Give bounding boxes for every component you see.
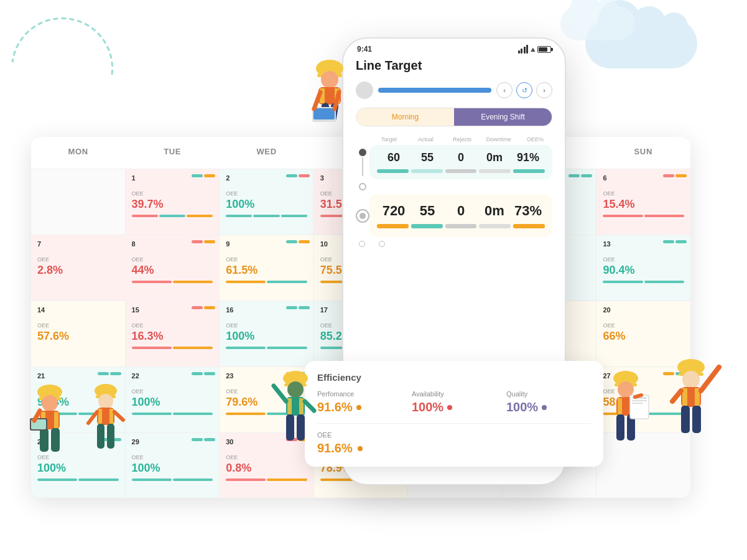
indicator	[568, 174, 580, 177]
svg-rect-18	[40, 428, 49, 452]
cal-cell: 2 OEE 100%	[220, 169, 314, 235]
indicator	[192, 372, 203, 375]
indicator	[663, 240, 674, 243]
indicator	[192, 174, 203, 177]
timeline-line	[362, 157, 363, 176]
indicator	[675, 240, 687, 243]
indicator	[663, 174, 674, 177]
performance-dot	[356, 405, 361, 410]
status-right: ⟁	[518, 45, 552, 54]
cal-cell: 15 OEE 16.3%	[126, 301, 220, 366]
svg-rect-49	[616, 414, 624, 441]
col-header-actual: Actual	[409, 136, 443, 142]
svg-point-25	[98, 394, 113, 409]
timeline-dot-filled	[359, 149, 366, 156]
indicator	[299, 174, 310, 177]
svg-rect-47	[618, 398, 622, 414]
svg-line-55	[635, 395, 641, 397]
indicator	[204, 174, 215, 177]
status-time: 9:41	[357, 45, 372, 54]
cal-cell: 22 OEE 100%	[126, 367, 220, 432]
nav-refresh-button[interactable]: ↺	[516, 82, 532, 98]
indicator	[204, 438, 215, 441]
worker-right-1	[592, 361, 660, 467]
svg-rect-9	[313, 108, 335, 119]
svg-line-31	[88, 412, 97, 423]
svg-line-42	[305, 401, 314, 411]
indicator	[192, 438, 203, 441]
svg-rect-19	[51, 428, 60, 452]
svg-point-2	[321, 71, 338, 88]
svg-line-65	[672, 391, 681, 401]
phone-notch	[417, 39, 491, 56]
cal-cell: 29 OEE 100%	[126, 433, 220, 498]
svg-point-14	[42, 395, 58, 411]
indicator	[204, 372, 215, 375]
performance-label: Perfomance	[317, 390, 402, 398]
indicator	[299, 306, 310, 309]
metric-availability: Availability 100%	[412, 390, 496, 414]
indicator	[192, 306, 203, 309]
val-rejects-1: 0	[444, 151, 478, 164]
indicator	[286, 240, 297, 243]
tab-evening[interactable]: Evening Shift	[454, 108, 552, 126]
col-header-oee: OEE%	[518, 136, 552, 142]
svg-line-41	[274, 386, 286, 401]
val-oee-1: 91%	[511, 151, 545, 164]
battery-icon	[537, 46, 551, 53]
svg-rect-40	[297, 414, 305, 441]
quality-value: 100%	[506, 400, 538, 414]
indicator	[192, 240, 203, 243]
efficiency-metrics: Perfomance 91.6% Availability 100% Quali…	[317, 390, 591, 414]
nav-prev-button[interactable]: ‹	[496, 82, 513, 98]
efficiency-card: Efficiency Perfomance 91.6% Availability…	[305, 361, 603, 467]
cal-cell	[31, 169, 126, 235]
svg-point-58	[682, 371, 700, 388]
svg-rect-17	[54, 412, 58, 428]
indicator	[204, 306, 215, 309]
cal-cell: 16 OEE 100%	[220, 301, 314, 366]
col-header-rejects: Rejects	[445, 136, 480, 142]
signal-bars	[518, 45, 529, 54]
indicator	[286, 306, 297, 309]
timeline-dot-empty	[359, 183, 366, 190]
day-header-wed: WED	[220, 137, 313, 162]
lt-data-card-1: 60 55 0 0m 91%	[369, 145, 552, 179]
selector-nav: ‹ ↺ ›	[496, 82, 552, 98]
val-actual-2: 55	[411, 203, 444, 219]
worker-sitting	[286, 50, 373, 137]
day-header-tue: TUE	[125, 137, 219, 162]
phone-title: Line Target	[356, 58, 552, 73]
worker-center	[261, 361, 330, 467]
val-target-1: 60	[377, 151, 411, 164]
svg-rect-54	[632, 403, 643, 404]
worker-right-2	[654, 348, 728, 460]
dashed-arc-decoration	[0, 12, 124, 137]
svg-rect-53	[632, 400, 647, 401]
cal-cell: 1 OEE 39.7%	[126, 169, 220, 235]
day-header-mon: MON	[31, 137, 125, 162]
svg-rect-28	[109, 409, 113, 424]
timeline-dot-circle	[356, 209, 369, 223]
indicator	[286, 174, 297, 177]
val-downtime-1: 0m	[478, 151, 511, 164]
indicator	[581, 174, 592, 177]
lt-row-2: 720 55 0 0m 73%	[356, 194, 552, 237]
svg-point-35	[287, 381, 304, 398]
val-actual-1: 55	[411, 151, 444, 164]
metric-performance: Perfomance 91.6%	[317, 390, 402, 414]
svg-rect-27	[98, 409, 102, 424]
svg-rect-62	[681, 406, 690, 433]
val-downtime-2: 0m	[478, 203, 511, 219]
efficiency-title: Efficiency	[317, 372, 591, 383]
availability-value: 100%	[412, 400, 443, 414]
col-header-downtime: Downtime	[481, 136, 516, 142]
nav-next-button[interactable]: ›	[536, 82, 552, 98]
svg-rect-63	[692, 406, 701, 433]
svg-rect-30	[107, 424, 114, 449]
shift-tabs: Morning Evening Shift	[356, 108, 552, 126]
val-oee-2: 73%	[511, 203, 545, 219]
cal-cell: 6 OEE 15.4%	[596, 169, 690, 235]
col-headers: Target Actual Rejects Downtime OEE%	[356, 136, 552, 145]
timeline-dot-sm	[379, 241, 385, 247]
